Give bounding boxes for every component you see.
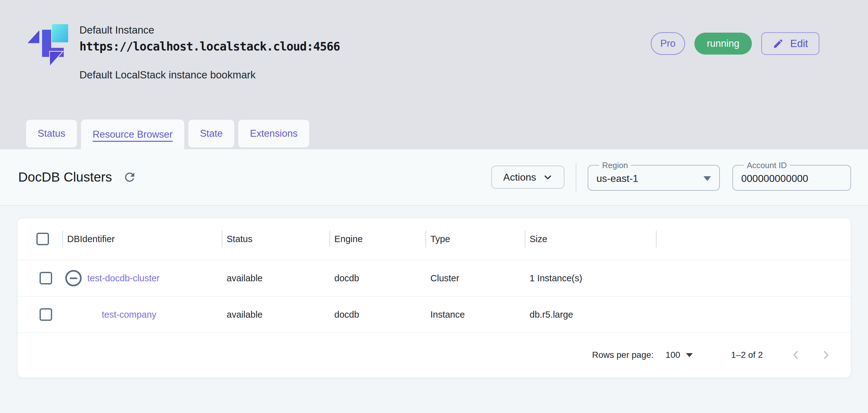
region-select-value: us-east-1 bbox=[596, 173, 638, 184]
dropdown-arrow-icon bbox=[686, 353, 693, 357]
column-header-engine: Engine bbox=[329, 218, 425, 260]
table-header-row: DBIdentifier Status Engine Type Size bbox=[18, 218, 851, 260]
region-select[interactable]: Region us-east-1 bbox=[588, 164, 720, 191]
page-title: DocDB Clusters bbox=[18, 170, 112, 185]
chevron-down-icon bbox=[543, 172, 553, 182]
select-all-checkbox[interactable] bbox=[36, 233, 49, 245]
instance-subtitle: Default LocalStack instance bookmark bbox=[80, 69, 340, 81]
column-header-empty bbox=[656, 218, 851, 260]
region-select-label: Region bbox=[599, 164, 631, 167]
dropdown-arrow-icon bbox=[704, 176, 711, 181]
edit-button-label: Edit bbox=[790, 38, 808, 49]
row-checkbox[interactable] bbox=[39, 272, 52, 284]
column-header-dbidentifier: DBIdentifier bbox=[62, 218, 222, 260]
rows-per-page-label: Rows per page: bbox=[592, 350, 654, 360]
instance-header: Default Instance https://localhost.local… bbox=[0, 0, 868, 149]
running-status-badge: running bbox=[694, 33, 752, 55]
tab-extensions[interactable]: Extensions bbox=[238, 120, 309, 147]
toolbar-divider bbox=[576, 163, 577, 192]
cell-engine: docdb bbox=[329, 260, 425, 296]
instance-url: https://localhost.localstack.cloud:4566 bbox=[80, 40, 340, 53]
cell-engine: docdb bbox=[329, 297, 425, 333]
content-area: DBIdentifier Status Engine Type Size tes… bbox=[0, 206, 868, 378]
actions-button-label: Actions bbox=[503, 172, 536, 183]
table-row-cluster: test-docdb-cluster available docdb Clust… bbox=[18, 260, 851, 297]
cell-status: available bbox=[222, 260, 329, 296]
account-id-label: Account ID bbox=[744, 164, 790, 167]
refresh-icon bbox=[123, 170, 136, 184]
collapse-toggle-icon[interactable] bbox=[65, 270, 82, 286]
cell-status: available bbox=[222, 297, 329, 333]
resource-link[interactable]: test-docdb-cluster bbox=[87, 273, 160, 283]
rows-per-page-value: 100 bbox=[665, 350, 680, 360]
account-id-input[interactable] bbox=[741, 173, 842, 184]
rows-per-page-select[interactable]: 100 bbox=[665, 350, 693, 360]
instance-tabs: Status Resource Browser State Extensions bbox=[26, 119, 309, 149]
resources-table-card: DBIdentifier Status Engine Type Size tes… bbox=[17, 218, 851, 378]
previous-page-button[interactable] bbox=[790, 349, 802, 361]
column-header-status: Status bbox=[222, 218, 329, 260]
tab-status[interactable]: Status bbox=[26, 120, 77, 147]
localstack-logo-icon bbox=[27, 24, 68, 67]
pro-badge: Pro bbox=[651, 32, 685, 55]
chevron-right-icon bbox=[820, 349, 832, 361]
refresh-button[interactable] bbox=[123, 170, 136, 184]
table-row-instance: test-company available docdb Instance db… bbox=[18, 297, 851, 333]
actions-button[interactable]: Actions bbox=[491, 166, 564, 189]
column-header-size: Size bbox=[525, 218, 656, 260]
tab-resource-browser[interactable]: Resource Browser bbox=[81, 119, 184, 149]
edit-button[interactable]: Edit bbox=[761, 32, 819, 55]
chevron-left-icon bbox=[790, 349, 802, 361]
column-header-type: Type bbox=[425, 218, 525, 260]
resource-link[interactable]: test-company bbox=[102, 310, 156, 320]
row-checkbox[interactable] bbox=[39, 308, 52, 321]
cell-size: 1 Instance(s) bbox=[525, 260, 656, 296]
next-page-button[interactable] bbox=[820, 349, 832, 361]
table-pagination: Rows per page: 100 1–2 of 2 bbox=[18, 333, 851, 377]
cell-type: Cluster bbox=[425, 260, 525, 296]
instance-title: Default Instance bbox=[80, 24, 340, 36]
pencil-icon bbox=[773, 38, 784, 49]
account-id-field: Account ID bbox=[733, 164, 851, 191]
cell-size: db.r5.large bbox=[525, 297, 656, 333]
resource-toolbar: DocDB Clusters Actions Region us-east-1 … bbox=[0, 149, 868, 206]
cell-type: Instance bbox=[425, 297, 525, 333]
tab-state[interactable]: State bbox=[188, 120, 234, 147]
pagination-range: 1–2 of 2 bbox=[731, 350, 763, 360]
